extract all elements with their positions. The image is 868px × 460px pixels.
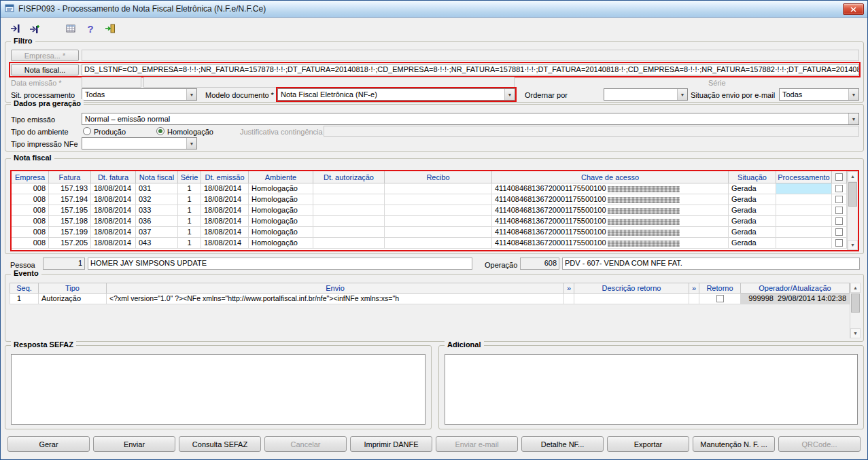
cell-dt-autorizacao[interactable] [313, 238, 385, 249]
cell-envio[interactable]: <?xml version="1.0" ?><NFe xmlns="http:/… [107, 294, 564, 304]
cell-serie[interactable]: 1 [178, 238, 201, 249]
cell-recibo[interactable] [385, 227, 492, 238]
cell-seq[interactable]: 1 [10, 294, 39, 304]
cell-fatura[interactable]: 157.195 [49, 205, 91, 216]
cell-dt-emissao[interactable]: 18/08/2014 [201, 238, 249, 249]
column-header-recibo[interactable]: Recibo [385, 171, 492, 183]
close-button[interactable] [843, 3, 864, 15]
cell-dt-fatura[interactable]: 18/08/2014 [91, 205, 136, 216]
column-header-descricao[interactable]: Descrição retorno [574, 283, 689, 294]
cell-dt-emissao[interactable]: 18/08/2014 [201, 227, 249, 238]
cell-ambiente[interactable]: Homologação [249, 205, 313, 216]
nota-fiscal-button[interactable]: Nota fiscal... [11, 64, 79, 75]
cell-fatura[interactable]: 157.205 [49, 238, 91, 249]
cell-dt-fatura[interactable]: 18/08/2014 [91, 183, 136, 194]
cell-empresa[interactable]: 008 [12, 205, 49, 216]
column-header-empresa[interactable]: Empresa [12, 171, 49, 183]
cell-serie[interactable]: 1 [178, 194, 201, 205]
enviar-button[interactable]: Enviar [93, 436, 175, 452]
tipo-impressao-select[interactable]: ▼ [82, 137, 197, 149]
cell-empresa[interactable]: 008 [12, 216, 49, 227]
cell-expand-envio[interactable] [564, 294, 574, 304]
cell-situacao[interactable]: Gerada [729, 216, 776, 227]
help-icon[interactable]: ? [83, 21, 98, 36]
column-header-dt-fatura[interactable]: Dt. fatura [91, 171, 136, 183]
column-header-operador[interactable]: Operador/Atualização [741, 283, 850, 294]
column-header-dt-autorizacao[interactable]: Dt. autorização [313, 171, 385, 183]
column-header-nota-fiscal[interactable]: Nota fiscal [136, 171, 178, 183]
cell-recibo[interactable] [385, 238, 492, 249]
cell-processamento[interactable] [776, 194, 832, 205]
cell-situacao[interactable]: Gerada [729, 194, 776, 205]
row-checkbox[interactable] [835, 196, 843, 203]
column-header-seq[interactable]: Seq. [10, 283, 39, 294]
cell-processamento[interactable] [776, 227, 832, 238]
cell-dt-fatura[interactable]: 18/08/2014 [91, 194, 136, 205]
cell-empresa[interactable]: 008 [12, 238, 49, 249]
cell-empresa[interactable]: 008 [12, 227, 49, 238]
cell-operador[interactable]: 999998 29/08/2014 14:02:38 [741, 294, 850, 304]
cell-dt-fatura[interactable]: 18/08/2014 [91, 216, 136, 227]
column-header-ambiente[interactable]: Ambiente [249, 171, 313, 183]
cell-descricao[interactable] [574, 294, 689, 304]
row-checkbox[interactable] [835, 228, 843, 236]
row-checkbox[interactable] [835, 207, 843, 214]
nota-fiscal-filter-field[interactable]: DS_LSTNF=CD_EMPRESA=8·!·!·;NR_FATURA=157… [82, 64, 859, 75]
cell-situacao[interactable]: Gerada [729, 238, 776, 249]
cell-dt-emissao[interactable]: 18/08/2014 [201, 194, 249, 205]
producao-radio-label[interactable]: Produção [94, 126, 126, 137]
evento-scrollbar[interactable]: ▲ ▼ [850, 283, 861, 338]
scrollbar-track[interactable] [848, 181, 858, 240]
cell-serie[interactable]: 1 [178, 227, 201, 238]
column-header-chave-de-acesso[interactable]: Chave de acesso [492, 171, 729, 183]
cell-recibo[interactable] [385, 194, 492, 205]
expand-descricao-button[interactable]: » [689, 283, 699, 294]
sit-processamento-select[interactable]: Todas ▼ [82, 88, 197, 101]
homologacao-radio[interactable] [156, 127, 164, 135]
cell-nota-fiscal[interactable]: 033 [136, 205, 178, 216]
table-row[interactable]: 008157.19918/08/2014037118/08/2014Homolo… [12, 227, 847, 238]
cell-situacao[interactable]: Gerada [729, 227, 776, 238]
cell-ambiente[interactable]: Homologação [249, 194, 313, 205]
cell-dt-emissao[interactable]: 18/08/2014 [201, 183, 249, 194]
column-header-situacao[interactable]: Situação [729, 171, 776, 183]
cell-processamento[interactable] [776, 183, 832, 194]
cell-chave[interactable]: 411408468136720001175500100 [492, 205, 729, 216]
chevron-down-icon[interactable]: ▼ [677, 89, 687, 100]
row-checkbox[interactable] [835, 239, 843, 247]
cell-dt-autorizacao[interactable] [313, 194, 385, 205]
arrow-to-end-plus-icon[interactable] [27, 21, 42, 36]
cell-nota-fiscal[interactable]: 031 [136, 183, 178, 194]
cell-nota-fiscal[interactable]: 036 [136, 216, 178, 227]
cell-recibo[interactable] [385, 216, 492, 227]
table-row[interactable]: 008157.19518/08/2014033118/08/2014Homolo… [12, 205, 847, 216]
chevron-down-icon[interactable]: ▼ [504, 89, 515, 100]
consulta-sefaz-button[interactable]: Consulta SEFAZ [179, 436, 261, 452]
row-checkbox[interactable] [835, 217, 843, 225]
cell-recibo[interactable] [385, 183, 492, 194]
cell-ambiente[interactable]: Homologação [249, 183, 313, 194]
cell-chave[interactable]: 411408468136720001175500100 [492, 183, 729, 194]
scroll-up-icon[interactable]: ▲ [848, 171, 858, 181]
resposta-sefaz-textarea[interactable] [11, 354, 426, 425]
adicional-textarea[interactable] [445, 354, 858, 425]
column-header-fatura[interactable]: Fatura [49, 171, 91, 183]
gerar-button[interactable]: Gerar [7, 436, 90, 452]
scrollbar-thumb[interactable] [848, 182, 857, 207]
expand-envio-button[interactable]: » [564, 283, 574, 294]
scrollbar-track[interactable] [850, 293, 861, 328]
title-bar[interactable]: FISFP093 - Processamento de Nota Fiscal … [1, 1, 867, 18]
modelo-documento-select[interactable]: Nota Fiscal Eletrônica (NF-e) ▼ [277, 88, 515, 101]
cell-chave[interactable]: 411408468136720001175500100 [492, 227, 729, 238]
exportar-button[interactable]: Exportar [607, 436, 689, 452]
cell-chave[interactable]: 411408468136720001175500100 [492, 216, 729, 227]
column-header-serie[interactable]: Série [178, 171, 201, 183]
table-row[interactable]: 008157.19418/08/2014032118/08/2014Homolo… [12, 194, 847, 205]
cell-chave[interactable]: 411408468136720001175500100 [492, 194, 729, 205]
cell-processamento[interactable] [776, 238, 832, 249]
cell-fatura[interactable]: 157.199 [49, 227, 91, 238]
ordernar-por-select[interactable]: ▼ [604, 88, 688, 101]
chevron-down-icon[interactable]: ▼ [186, 138, 196, 149]
cell-serie[interactable]: 1 [178, 183, 201, 194]
homologacao-radio-label[interactable]: Homologação [167, 126, 213, 137]
